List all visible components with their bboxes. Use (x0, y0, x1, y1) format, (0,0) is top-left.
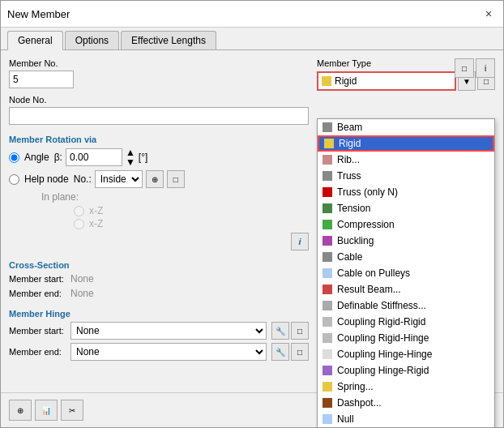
window-title: New Member (7, 8, 70, 20)
dropdown-item-compression[interactable]: Compression (318, 216, 494, 233)
right-icon2[interactable]: i (476, 58, 495, 78)
hinge-end-icons: 🔧 □ (271, 343, 309, 361)
dropdown-item-beam[interactable]: Beam (318, 119, 494, 135)
node-pick-button[interactable]: ⊕ (146, 170, 164, 188)
hinge-end-label: Member end: (9, 347, 66, 357)
beta-input[interactable] (66, 148, 122, 166)
dropdown-item-null[interactable]: Null (318, 411, 494, 427)
helpnode-label: Help node (24, 173, 69, 185)
coupling-hr-color (322, 366, 332, 375)
truss-color (322, 171, 332, 181)
node-no-label: Node No. (9, 95, 309, 105)
dropdown-item-spring[interactable]: Spring... (318, 379, 494, 395)
tab-bar: General Options Effective Lengths (1, 28, 503, 50)
helpnode-radio[interactable] (9, 174, 19, 185)
cable-color (322, 252, 332, 262)
hinge-end-row: Member end: None 🔧 □ (9, 343, 309, 361)
dropdown-item-rib[interactable]: Rib... (318, 152, 494, 168)
dropdown-item-coupling-hinge-rigid[interactable]: Coupling Hinge-Rigid (318, 362, 494, 379)
truss-only-n-color (322, 187, 332, 197)
cross-section-label: Cross-Section (9, 260, 309, 270)
beta-unit: [°] (139, 152, 147, 163)
xz2-radio-row: x-Z (74, 218, 309, 229)
member-no-input[interactable] (9, 71, 74, 88)
member-type-display: Rigid (317, 71, 456, 91)
dropdown-item-tension[interactable]: Tension (318, 200, 494, 216)
inplane-section: In plane: x-Z x-Z (25, 191, 309, 229)
bottom-icon1[interactable]: ⊕ (9, 400, 32, 421)
node-no-group: Node No. (9, 95, 309, 125)
hinge-end-icon2[interactable]: □ (291, 343, 309, 361)
tab-options[interactable]: Options (65, 31, 119, 49)
node-info-button[interactable]: □ (167, 170, 185, 188)
no-label: No.: (74, 173, 92, 185)
hinge-section: Member Hinge Member start: None 🔧 □ Memb… (9, 306, 309, 361)
spin-up[interactable]: ▲▼ (126, 148, 135, 167)
selected-type-label: Rigid (335, 75, 357, 87)
dropdown-item-rigid[interactable]: Rigid (318, 135, 494, 152)
hinge-label: Member Hinge (9, 309, 309, 319)
beam-color (322, 122, 332, 132)
hinge-end-select[interactable]: None (70, 343, 267, 361)
null-color (322, 414, 332, 424)
bottom-icon3[interactable]: ✂ (61, 400, 83, 421)
xz2-label: x-Z (89, 218, 103, 229)
cs-start-label: Member start: (9, 274, 66, 284)
angle-radio[interactable] (9, 152, 19, 163)
cs-end-value: None (70, 288, 94, 299)
inplane-label-row: In plane: (25, 191, 309, 203)
xz2-radio[interactable] (74, 219, 84, 229)
dropdown-item-result-beam[interactable]: Result Beam... (318, 281, 494, 297)
inplane-label: In plane: (41, 191, 79, 203)
main-content: Member No. Node No. Member Rotation via … (1, 50, 503, 392)
cs-end-row: Member end: None (9, 288, 309, 299)
coupling-rh-color (322, 333, 332, 343)
dropdown-item-cable-on-pulleys[interactable]: Cable on Pulleys (318, 265, 494, 281)
bottom-left-buttons: ⊕ 📊 ✂ (9, 400, 83, 421)
dropdown-item-truss-only-n[interactable]: Truss (only N) (318, 184, 494, 200)
rigid-color (324, 139, 334, 148)
dropdown-item-dashpot[interactable]: Dashpot... (318, 395, 494, 411)
xz-radio[interactable] (74, 206, 84, 216)
member-no-label: Member No. (9, 58, 309, 68)
dropdown-item-coupling-rigid-rigid[interactable]: Coupling Rigid-Rigid (318, 314, 494, 330)
dropdown-item-definable-stiffness[interactable]: Definable Stiffness... (318, 297, 494, 314)
dropdown-item-buckling[interactable]: Buckling (318, 233, 494, 249)
info-button[interactable]: i (291, 233, 309, 250)
cable-on-pulleys-color (322, 268, 332, 278)
hinge-start-row: Member start: None 🔧 □ (9, 322, 309, 340)
hinge-start-icons: 🔧 □ (271, 322, 309, 340)
cs-start-value: None (70, 273, 94, 285)
hinge-end-icon1[interactable]: 🔧 (271, 343, 289, 361)
xz-label: x-Z (89, 205, 103, 216)
tab-effective-lengths[interactable]: Effective Lengths (121, 31, 216, 49)
dropdown-item-truss[interactable]: Truss (318, 168, 494, 184)
bottom-icon2[interactable]: 📊 (35, 400, 58, 421)
beta-label: β: (54, 152, 62, 163)
close-button[interactable]: × (481, 6, 497, 22)
coupling-rr-color (322, 317, 332, 327)
title-bar: New Member × (1, 1, 503, 28)
rib-color (322, 155, 332, 165)
hinge-start-select[interactable]: None (70, 322, 267, 340)
hinge-start-icon2[interactable]: □ (291, 322, 309, 340)
cross-section: Cross-Section Member start: None Member … (9, 257, 309, 299)
definable-stiffness-color (322, 301, 332, 310)
rotation-label: Member Rotation via (9, 135, 309, 144)
new-member-window: New Member × General Options Effective L… (0, 0, 504, 428)
result-beam-color (322, 285, 332, 294)
selected-type-color (322, 76, 331, 86)
member-type-dropdown[interactable]: Beam Rigid Rib... Truss (317, 118, 495, 428)
inside-select[interactable]: Inside (95, 170, 143, 188)
dropdown-item-coupling-rigid-hinge[interactable]: Coupling Rigid-Hinge (318, 330, 494, 346)
dropdown-item-coupling-hinge-hinge[interactable]: Coupling Hinge-Hinge (318, 346, 494, 362)
dropdown-item-cable[interactable]: Cable (318, 249, 494, 265)
dashpot-color (322, 398, 332, 408)
xz-radio-row: x-Z (74, 205, 309, 216)
member-no-group: Member No. (9, 58, 309, 88)
hinge-start-icon1[interactable]: 🔧 (271, 322, 289, 340)
right-icon1[interactable]: □ (455, 58, 474, 78)
tab-general[interactable]: General (7, 31, 63, 50)
node-no-input[interactable] (9, 107, 309, 125)
angle-radio-row: Angle β: ▲▼ [°] (9, 148, 309, 167)
